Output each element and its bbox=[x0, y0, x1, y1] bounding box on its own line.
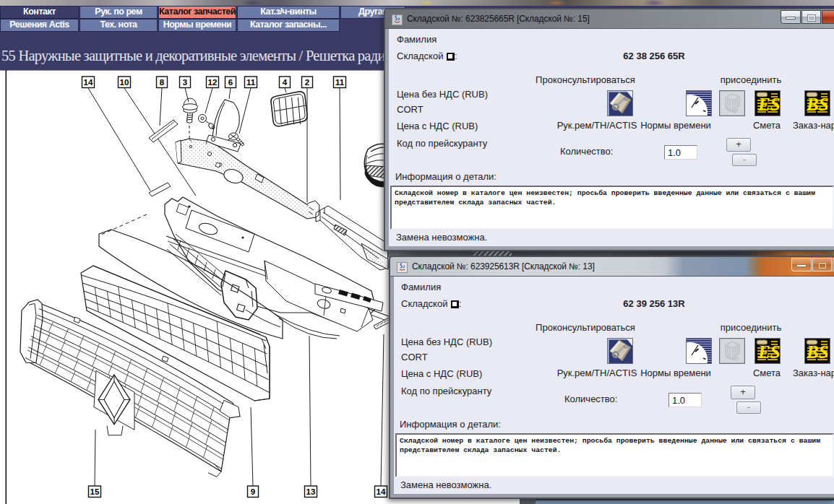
svg-text:11: 11 bbox=[335, 78, 345, 87]
svg-text:9: 9 bbox=[251, 487, 255, 496]
svg-text:13: 13 bbox=[306, 487, 316, 496]
svg-text:8: 8 bbox=[160, 78, 165, 87]
svg-text:ES: ES bbox=[757, 95, 781, 114]
svg-text:14: 14 bbox=[84, 78, 93, 87]
svg-text:12: 12 bbox=[208, 78, 218, 87]
svg-text:4: 4 bbox=[283, 78, 288, 87]
svg-text:BS: BS bbox=[806, 342, 829, 362]
svg-text:6: 6 bbox=[228, 78, 233, 87]
svg-text:14: 14 bbox=[377, 487, 386, 496]
svg-text:10: 10 bbox=[120, 78, 129, 87]
svg-text:BS: BS bbox=[806, 95, 829, 114]
svg-text:11: 11 bbox=[246, 78, 256, 87]
svg-text:15: 15 bbox=[90, 487, 100, 496]
svg-text:ES: ES bbox=[757, 342, 781, 362]
svg-text:2: 2 bbox=[305, 78, 309, 87]
svg-text:3: 3 bbox=[183, 78, 187, 87]
